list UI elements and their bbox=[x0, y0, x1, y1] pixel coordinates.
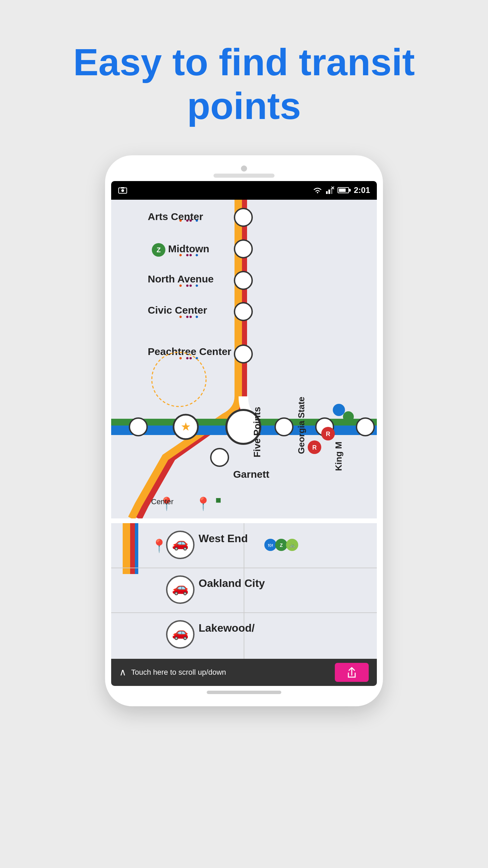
list-svg: 🚗 West End 🍽 Z 🚲 📍 🚗 Oakland City bbox=[111, 523, 377, 659]
svg-text:●: ● bbox=[179, 217, 182, 223]
scroll-bar-text: Touch here to scroll up/down bbox=[131, 668, 226, 677]
svg-text:📍: 📍 bbox=[151, 538, 167, 554]
svg-text:●●: ●● bbox=[186, 252, 192, 258]
phone-top-bar bbox=[111, 165, 377, 178]
photo-icon bbox=[118, 186, 127, 194]
svg-point-14 bbox=[235, 345, 252, 363]
signal-icon bbox=[326, 186, 334, 194]
svg-point-16 bbox=[211, 449, 228, 466]
share-button[interactable] bbox=[335, 663, 369, 682]
page-background: Easy to find transit points bbox=[0, 0, 488, 868]
svg-text:●: ● bbox=[195, 314, 199, 319]
svg-text:■: ■ bbox=[216, 495, 221, 505]
svg-text:Georgia State: Georgia State bbox=[296, 397, 306, 454]
phone-home-indicator bbox=[207, 691, 281, 694]
svg-text:🍽: 🍽 bbox=[268, 542, 273, 548]
phone-mockup: 2:01 bbox=[105, 155, 383, 706]
svg-text:Z: Z bbox=[280, 542, 283, 548]
svg-rect-5 bbox=[328, 190, 330, 194]
svg-rect-2 bbox=[121, 187, 124, 189]
page-headline: Easy to find transit points bbox=[24, 41, 464, 128]
svg-point-20 bbox=[275, 418, 293, 436]
share-icon bbox=[346, 666, 358, 678]
svg-point-55 bbox=[343, 411, 354, 422]
svg-text:Five Points: Five Points bbox=[252, 407, 262, 457]
svg-text:🚲: 🚲 bbox=[289, 542, 296, 548]
svg-text:●●: ●● bbox=[186, 314, 192, 319]
svg-text:King M: King M bbox=[333, 441, 344, 471]
svg-text:Lakewood/: Lakewood/ bbox=[199, 622, 255, 634]
svg-text:●: ● bbox=[195, 252, 199, 258]
svg-rect-4 bbox=[326, 191, 328, 194]
status-bar-left bbox=[118, 186, 127, 194]
svg-text:🚗: 🚗 bbox=[172, 579, 189, 596]
svg-text:Garnett: Garnett bbox=[233, 469, 269, 480]
transit-map-area[interactable]: ★ Arts Center ● ●● ● Z Midtown ● ●● bbox=[111, 200, 377, 518]
phone-screen: 2:01 bbox=[111, 181, 377, 686]
svg-text:●●: ●● bbox=[186, 355, 192, 361]
svg-text:Z: Z bbox=[157, 246, 161, 254]
svg-point-1 bbox=[121, 189, 124, 192]
svg-text:Center: Center bbox=[151, 497, 174, 506]
svg-text:R: R bbox=[326, 431, 330, 437]
svg-text:●●: ●● bbox=[186, 217, 192, 223]
svg-text:●: ● bbox=[195, 217, 199, 223]
svg-point-17 bbox=[129, 418, 147, 436]
transit-map-svg: ★ Arts Center ● ●● ● Z Midtown ● ●● bbox=[111, 200, 377, 518]
wifi-icon bbox=[312, 186, 323, 194]
phone-camera bbox=[241, 165, 247, 172]
svg-text:●: ● bbox=[179, 252, 182, 258]
svg-point-11 bbox=[235, 240, 252, 258]
scroll-arrow-icon: ∧ bbox=[119, 667, 126, 678]
svg-text:R: R bbox=[312, 444, 317, 451]
list-area: 🚗 West End 🍽 Z 🚲 📍 🚗 Oakland City bbox=[111, 523, 377, 659]
svg-text:●: ● bbox=[179, 355, 182, 361]
svg-text:●: ● bbox=[195, 282, 199, 288]
svg-text:●: ● bbox=[179, 314, 182, 319]
svg-text:🚗: 🚗 bbox=[172, 624, 189, 640]
svg-text:🚗: 🚗 bbox=[172, 535, 189, 551]
status-bar: 2:01 bbox=[111, 181, 377, 200]
battery-icon bbox=[338, 187, 349, 193]
scroll-bar[interactable]: ∧ Touch here to scroll up/down bbox=[111, 659, 377, 686]
time-display: 2:01 bbox=[354, 185, 370, 195]
svg-text:●●: ●● bbox=[186, 282, 192, 288]
svg-text:Oakland City: Oakland City bbox=[199, 577, 265, 589]
svg-text:West End: West End bbox=[199, 532, 248, 545]
svg-point-10 bbox=[235, 209, 252, 226]
svg-point-13 bbox=[235, 303, 252, 320]
svg-text:📍: 📍 bbox=[195, 496, 211, 512]
svg-text:●: ● bbox=[179, 282, 182, 288]
svg-point-3 bbox=[317, 192, 318, 193]
phone-speaker bbox=[214, 174, 274, 178]
svg-text:★: ★ bbox=[181, 420, 191, 433]
scroll-bar-left: ∧ Touch here to scroll up/down bbox=[119, 667, 226, 678]
svg-text:👤: 👤 bbox=[336, 407, 342, 414]
svg-point-12 bbox=[235, 272, 252, 289]
map-separator bbox=[111, 518, 377, 523]
svg-point-22 bbox=[357, 418, 374, 436]
status-bar-right: 2:01 bbox=[312, 185, 370, 195]
